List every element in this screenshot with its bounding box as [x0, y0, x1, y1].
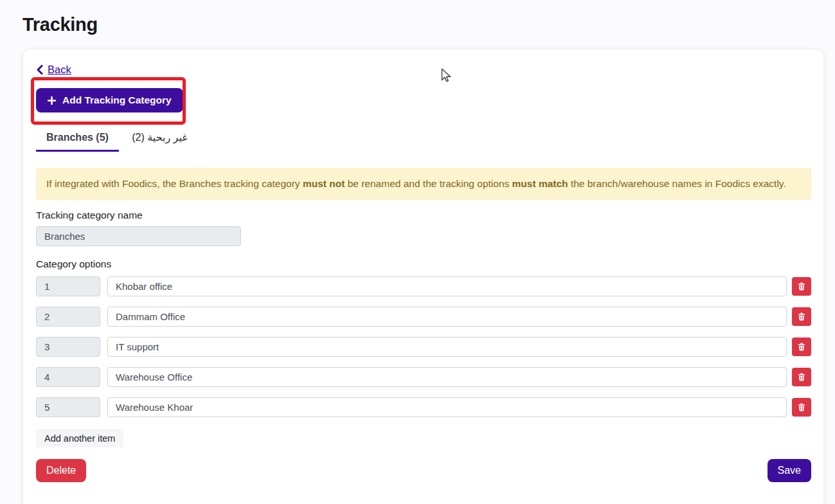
delete-option-button[interactable] [792, 398, 811, 417]
delete-option-button[interactable] [792, 307, 811, 326]
option-index-input [36, 276, 100, 296]
delete-option-button[interactable] [792, 368, 811, 386]
category-option-row [36, 276, 811, 296]
tracking-category-tabs: Branches (5) غير ربحية (2) [36, 126, 811, 152]
banner-bold-must-not: must not [303, 178, 345, 189]
banner-text: If integrated with Foodics, the Branches… [46, 178, 303, 189]
back-link[interactable]: Back [36, 64, 71, 76]
card-footer: Delete Save [36, 459, 811, 482]
back-link-label: Back [48, 64, 71, 76]
foodics-warning-banner: If integrated with Foodics, the Branches… [36, 168, 811, 200]
category-option-row [36, 397, 811, 417]
trash-icon [798, 282, 805, 291]
option-name-input[interactable] [107, 276, 787, 296]
tracking-category-card: Back Add Tracking Category Branches (5) … [22, 49, 824, 504]
category-name-input [36, 226, 241, 246]
trash-icon [798, 403, 805, 411]
banner-text: the branch/warehouse names in Foodics ex… [568, 178, 786, 189]
option-name-input[interactable] [107, 397, 787, 417]
tab-non-profit-arabic[interactable]: غير ربحية (2) [119, 126, 201, 152]
add-tracking-category-label: Add Tracking Category [62, 94, 172, 106]
option-name-input[interactable] [107, 367, 787, 387]
trash-icon [798, 343, 805, 351]
category-options-label: Category options [36, 258, 811, 270]
page-title: Tracking [22, 14, 835, 35]
trash-icon [798, 373, 805, 381]
delete-option-button[interactable] [792, 338, 811, 356]
trash-icon [798, 312, 805, 321]
chevron-left-icon [36, 65, 43, 75]
option-index-input [36, 307, 100, 327]
option-index-input [36, 397, 100, 417]
option-index-input [36, 337, 100, 357]
add-tracking-category-button[interactable]: Add Tracking Category [36, 88, 183, 113]
option-name-input[interactable] [107, 307, 787, 327]
category-option-row [36, 367, 811, 387]
banner-text: be renamed and the tracking options [345, 178, 512, 189]
delete-category-button[interactable]: Delete [36, 459, 86, 482]
save-button[interactable]: Save [768, 459, 811, 482]
delete-option-button[interactable] [792, 277, 811, 296]
category-option-row [36, 307, 811, 327]
tab-branches[interactable]: Branches (5) [36, 127, 119, 152]
category-option-row [36, 337, 811, 357]
category-name-label: Tracking category name [36, 210, 811, 221]
option-name-input[interactable] [107, 337, 787, 357]
banner-bold-must-match: must match [512, 178, 568, 189]
add-another-item-button[interactable]: Add another item [36, 429, 123, 447]
plus-icon [48, 96, 56, 105]
option-index-input [36, 367, 100, 387]
